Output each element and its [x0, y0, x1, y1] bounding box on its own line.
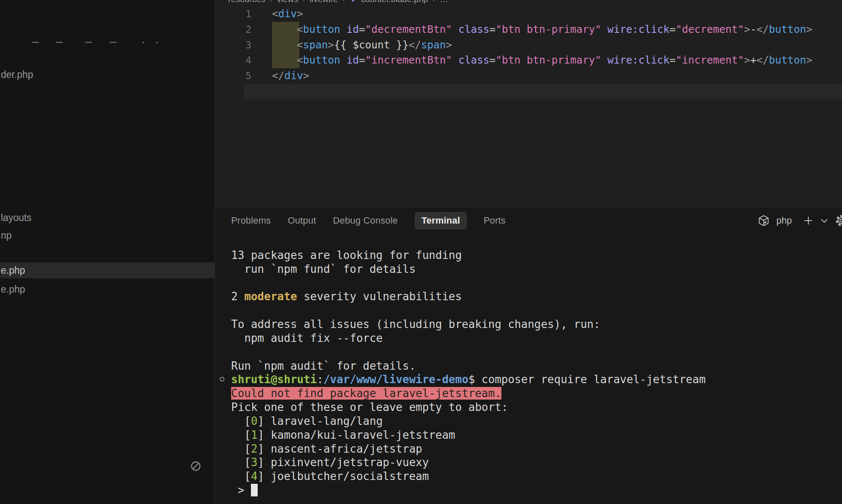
terminal-line: shruti@shruti:/var/www/livewire-demo$ co… — [231, 373, 842, 387]
breadcrumb-item[interactable]: views — [277, 0, 298, 4]
code-token — [272, 23, 297, 35]
terminal-token: 2 — [251, 443, 258, 455]
terminal-token: 0 — [251, 415, 258, 427]
file-item[interactable]: e.php — [0, 281, 215, 297]
terminal-shell-label[interactable]: php — [776, 215, 792, 226]
code-token: </ — [409, 39, 421, 51]
code-token — [601, 23, 608, 35]
breadcrumb-separator-icon: › — [303, 0, 305, 4]
code-line: 4 <button id="incrementBtn" class="btn b… — [215, 53, 842, 68]
code-token: span — [303, 39, 328, 51]
code-token: button — [303, 23, 341, 35]
breadcrumb-item[interactable]: livewire — [310, 0, 338, 4]
code-token: "incrementBtn" — [365, 54, 452, 66]
line-number: 5 — [215, 68, 251, 84]
terminal-token: moderate — [244, 290, 297, 303]
code-token: class — [458, 54, 490, 66]
vscode-window: der.php layouts np e.php e.php resources… — [0, 0, 842, 504]
code-token: > — [328, 39, 334, 51]
tree-dash-icon — [109, 42, 117, 43]
tree-dash-icon — [32, 42, 39, 43]
code-token: class — [458, 23, 490, 35]
explorer-sidebar: der.php layouts np e.php e.php — [0, 0, 215, 504]
terminal-token: Could not find package laravel-jetstream… — [231, 387, 501, 400]
blade-file-icon: ❖ — [350, 0, 357, 4]
code-token: > — [303, 69, 309, 82]
code-token: > — [806, 23, 813, 35]
code-token: = — [359, 54, 365, 66]
terminal-token: 3 — [251, 456, 258, 469]
terminal-profile-cube-icon — [757, 214, 770, 227]
terminal-line: 2 moderate severity vulnerabilities — [231, 290, 842, 304]
code-line: 2 <button id="decrementBtn" class="btn b… — [215, 22, 842, 37]
terminal-line: Could not find package laravel-jetstream… — [231, 387, 842, 400]
new-terminal-plus-icon[interactable] — [802, 215, 814, 227]
terminal-token: To address all issues (including breakin… — [231, 318, 600, 331]
folder-item[interactable]: layouts — [0, 210, 215, 226]
terminal-line: [2] nascent-africa/jetstrap — [231, 442, 842, 456]
code-line-content: <button id="incrementBtn" class="btn btn… — [251, 53, 842, 68]
code-line: 6 — [215, 84, 842, 99]
blocked-icon — [190, 461, 201, 472]
terminal-token: shruti@shruti — [231, 373, 317, 386]
terminal-dropdown-chevron-icon[interactable] — [821, 218, 828, 223]
breadcrumb-symbol-more[interactable]: … — [440, 0, 448, 4]
file-item[interactable]: np — [0, 227, 215, 243]
bottom-panel: Problems Output Debug Console Terminal P… — [215, 207, 842, 504]
file-item-selected[interactable]: e.php — [0, 262, 215, 278]
tab-output[interactable]: Output — [288, 215, 316, 226]
line-number: 3 — [215, 37, 251, 53]
terminal-line: run `npm fund` for details — [231, 262, 842, 276]
code-token — [452, 54, 458, 66]
code-token: > — [446, 39, 452, 51]
code-line-content: <div> — [251, 6, 842, 22]
code-token: wire:click — [608, 54, 670, 66]
terminal-token: severity vulnerabilities — [297, 290, 462, 303]
breadcrumb-file[interactable]: counter.blade.php — [361, 0, 428, 4]
command-decoration-icon[interactable] — [220, 377, 224, 381]
terminal-line: Pick one of these or leave empty to abor… — [231, 400, 842, 414]
breadcrumb: resources › views › livewire › ❖ counter… — [228, 0, 448, 5]
code-line-content — [244, 84, 842, 99]
terminal-token: ] nascent-africa/jetstrap — [258, 443, 422, 455]
tab-terminal[interactable]: Terminal — [415, 212, 467, 229]
file-item[interactable]: der.php — [0, 67, 215, 83]
terminal-token: : — [317, 373, 324, 386]
terminal-cursor — [251, 484, 258, 496]
code-token: < — [297, 39, 303, 51]
code-token: = — [669, 54, 676, 66]
terminal-token: > — [231, 484, 251, 496]
code-editor[interactable]: 1<div>2 <button id="decrementBtn" class=… — [215, 6, 842, 99]
terminal-token: 1 — [251, 429, 258, 441]
code-token: "decrementBtn" — [365, 23, 452, 35]
code-line: 1<div> — [215, 6, 842, 22]
gear-icon[interactable] — [834, 213, 842, 228]
terminal-output[interactable]: 13 packages are looking for funding run … — [231, 248, 842, 497]
terminal-line: npm audit fix --force — [231, 331, 842, 345]
panel-actions: php — [757, 208, 842, 234]
editor-pane[interactable]: resources › views › livewire › ❖ counter… — [215, 0, 842, 207]
tab-problems[interactable]: Problems — [231, 215, 271, 226]
code-token: "increment" — [676, 54, 744, 66]
line-number: 1 — [215, 6, 251, 22]
tab-debug-console[interactable]: Debug Console — [333, 215, 398, 226]
code-token: = — [489, 54, 496, 66]
terminal-token: [ — [231, 415, 251, 427]
terminal-line: [3] pixinvent/jetstrap-vuexy — [231, 456, 842, 469]
code-token — [452, 23, 458, 35]
code-token: div — [278, 8, 297, 20]
breadcrumb-item[interactable]: resources — [228, 0, 265, 4]
terminal-token: ] pixinvent/jetstrap-vuexy — [258, 456, 429, 469]
tab-ports[interactable]: Ports — [484, 215, 506, 226]
code-token: = — [669, 23, 676, 35]
line-number: 4 — [215, 53, 251, 68]
terminal-token: npm audit fix --force — [231, 332, 383, 344]
code-token: "decrement" — [676, 23, 744, 35]
code-token: > — [744, 23, 750, 35]
code-token: </ — [272, 69, 285, 82]
terminal-line: [4] joelbutcher/socialstream — [231, 469, 842, 483]
code-token: </ — [757, 54, 769, 66]
breadcrumb-separator-icon: › — [343, 0, 345, 4]
panel-tab-bar: Problems Output Debug Console Terminal P… — [215, 208, 842, 234]
tree-dot-icon — [156, 42, 158, 43]
